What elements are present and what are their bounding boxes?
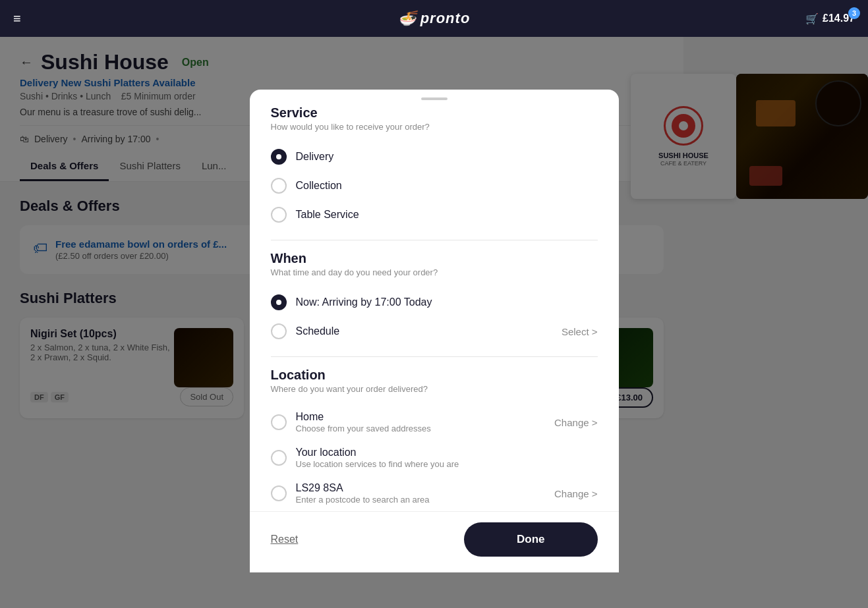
- delivery-option[interactable]: Delivery: [271, 142, 598, 171]
- home-radio[interactable]: [271, 414, 287, 430]
- top-navigation: ≡ 🍜 pronto 🛒 3 £14.97: [0, 0, 868, 37]
- modal-overlay[interactable]: Service How would you like to receive yo…: [0, 37, 868, 608]
- service-title: Service: [271, 105, 598, 121]
- location-subtitle: Where do you want your order delivered?: [271, 384, 598, 394]
- home-row: Home Choose from your saved addresses Ch…: [296, 411, 598, 433]
- delivery-label: Delivery: [296, 151, 334, 163]
- now-option[interactable]: Now: Arriving by 17:00 Today: [271, 288, 598, 317]
- home-option[interactable]: Home Choose from your saved addresses Ch…: [271, 404, 598, 440]
- schedule-row: Schedule Select >: [296, 325, 598, 337]
- table-service-radio[interactable]: [271, 207, 287, 223]
- done-button[interactable]: Done: [464, 522, 598, 557]
- schedule-option[interactable]: Schedule Select >: [271, 317, 598, 346]
- now-label: Now: Arriving by 17:00 Today: [296, 296, 432, 308]
- postcode-radio[interactable]: [271, 485, 287, 501]
- postcode-label: LS29 8SA: [296, 482, 430, 494]
- home-change-link[interactable]: Change >: [554, 417, 597, 428]
- cart-button[interactable]: 🛒 3 £14.97: [805, 13, 855, 25]
- your-location-radio[interactable]: [271, 450, 287, 466]
- table-service-option[interactable]: Table Service: [271, 200, 598, 229]
- delivery-radio[interactable]: [271, 149, 287, 165]
- postcode-sub: Enter a postcode to search an area: [296, 495, 430, 505]
- schedule-label: Schedule: [296, 325, 340, 337]
- reset-button[interactable]: Reset: [271, 534, 299, 545]
- handle-bar: [421, 97, 448, 100]
- postcode-change-link[interactable]: Change >: [554, 488, 597, 499]
- when-section: When What time and day do you need your …: [271, 251, 598, 346]
- schedule-select-link[interactable]: Select >: [562, 326, 598, 337]
- service-section: Service How would you like to receive yo…: [271, 105, 598, 229]
- location-section: Location Where do you want your order de…: [271, 368, 598, 511]
- collection-radio[interactable]: [271, 178, 287, 194]
- modal-footer: Reset Done: [250, 511, 619, 572]
- service-modal: Service How would you like to receive yo…: [250, 90, 619, 572]
- logo-icon: 🍜: [398, 10, 417, 27]
- location-title: Location: [271, 368, 598, 383]
- postcode-info: LS29 8SA Enter a postcode to search an a…: [296, 482, 430, 505]
- your-location-option[interactable]: Your location Use location services to f…: [271, 440, 598, 476]
- your-location-sub: Use location services to find where you …: [296, 459, 459, 469]
- now-radio[interactable]: [271, 294, 287, 310]
- when-title: When: [271, 251, 598, 266]
- when-subtitle: What time and day do you need your order…: [271, 267, 598, 277]
- home-label: Home: [296, 411, 431, 423]
- modal-body: Service How would you like to receive yo…: [250, 105, 619, 511]
- logo: 🍜 pronto: [398, 10, 471, 27]
- collection-option[interactable]: Collection: [271, 171, 598, 200]
- cart-icon: 🛒: [805, 13, 819, 25]
- collection-label: Collection: [296, 180, 342, 192]
- schedule-radio[interactable]: [271, 323, 287, 339]
- home-info: Home Choose from your saved addresses: [296, 411, 431, 433]
- divider-2: [271, 356, 598, 357]
- your-location-info: Your location Use location services to f…: [296, 447, 459, 469]
- postcode-row: LS29 8SA Enter a postcode to search an a…: [296, 482, 598, 505]
- your-location-label: Your location: [296, 447, 459, 458]
- divider-1: [271, 240, 598, 240]
- modal-handle-bar: [250, 90, 619, 105]
- postcode-option[interactable]: LS29 8SA Enter a postcode to search an a…: [271, 476, 598, 511]
- logo-text: pronto: [420, 10, 471, 27]
- cart-badge: 3: [848, 7, 860, 19]
- page-background: SUSHI HOUSE CAFE & EATERY ← Sushi House …: [0, 37, 868, 608]
- service-subtitle: How would you like to receive your order…: [271, 122, 598, 132]
- hamburger-menu-icon[interactable]: ≡: [13, 11, 21, 26]
- home-sub: Choose from your saved addresses: [296, 424, 431, 433]
- table-service-label: Table Service: [296, 209, 359, 221]
